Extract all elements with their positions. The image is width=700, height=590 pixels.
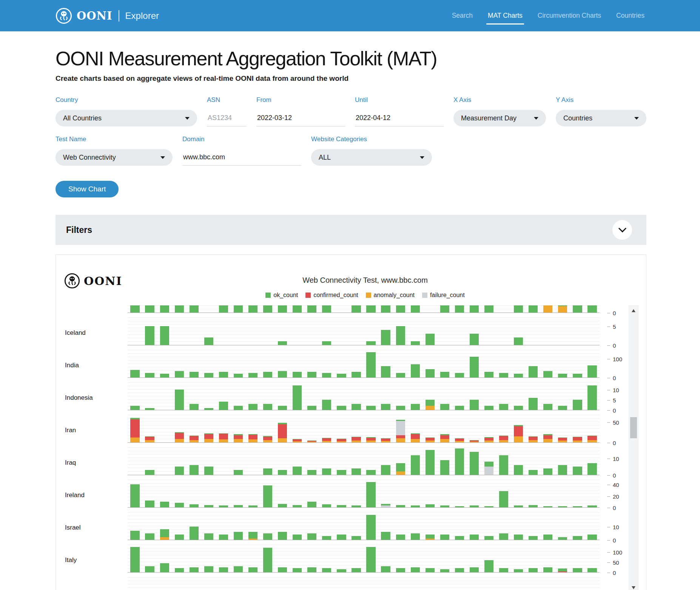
- stacked-bar[interactable]: [322, 305, 331, 313]
- stacked-bar[interactable]: [263, 404, 272, 410]
- stacked-bar[interactable]: [558, 406, 567, 410]
- stacked-bar[interactable]: [307, 470, 316, 475]
- stacked-bar[interactable]: [130, 370, 139, 377]
- stacked-bar[interactable]: [175, 305, 184, 313]
- stacked-bar[interactable]: [499, 436, 508, 442]
- stacked-bar[interactable]: [190, 436, 199, 442]
- stacked-bar[interactable]: [307, 533, 316, 540]
- scrollbar-thumb[interactable]: [630, 417, 637, 438]
- stacked-bar[interactable]: [484, 506, 493, 507]
- stacked-bar[interactable]: [307, 406, 316, 410]
- stacked-bar[interactable]: [219, 433, 228, 442]
- stacked-bar[interactable]: [293, 505, 302, 507]
- stacked-bar[interactable]: [587, 505, 597, 507]
- legend-item[interactable]: failure_count: [422, 292, 465, 299]
- stacked-bar[interactable]: [130, 531, 139, 540]
- stacked-bar[interactable]: [426, 400, 435, 410]
- stacked-bar[interactable]: [529, 470, 538, 475]
- stacked-bar[interactable]: [573, 467, 582, 475]
- stacked-bar[interactable]: [426, 437, 435, 442]
- stacked-bar[interactable]: [426, 568, 435, 572]
- stacked-bar[interactable]: [558, 537, 567, 540]
- stacked-bar[interactable]: [440, 460, 449, 475]
- stacked-bar[interactable]: [529, 398, 538, 410]
- stacked-bar[interactable]: [543, 567, 552, 572]
- stacked-bar[interactable]: [543, 305, 552, 313]
- stacked-bar[interactable]: [558, 437, 567, 442]
- stacked-bar[interactable]: [381, 504, 390, 507]
- stacked-bar[interactable]: [322, 341, 331, 345]
- stacked-bar[interactable]: [587, 305, 597, 313]
- website-categories-select[interactable]: ALL: [311, 149, 432, 166]
- stacked-bar[interactable]: [145, 533, 154, 540]
- stacked-bar[interactable]: [558, 374, 567, 377]
- stacked-bar[interactable]: [204, 433, 213, 442]
- stacked-bar[interactable]: [248, 505, 257, 507]
- stacked-bar[interactable]: [573, 437, 582, 442]
- stacked-bar[interactable]: [234, 532, 243, 540]
- stacked-bar[interactable]: [234, 566, 243, 572]
- stacked-bar[interactable]: [175, 568, 184, 572]
- stacked-bar[interactable]: [204, 566, 213, 572]
- stacked-bar[interactable]: [470, 400, 479, 410]
- stacked-bar[interactable]: [248, 404, 257, 410]
- stacked-bar[interactable]: [322, 468, 331, 475]
- stacked-bar[interactable]: [514, 569, 523, 572]
- stacked-bar[interactable]: [204, 337, 213, 345]
- stacked-bar[interactable]: [219, 567, 228, 572]
- stacked-bar[interactable]: [337, 406, 346, 410]
- stacked-bar[interactable]: [190, 527, 199, 540]
- stacked-bar[interactable]: [263, 305, 272, 313]
- stacked-bar[interactable]: [455, 448, 464, 475]
- stacked-bar[interactable]: [484, 437, 493, 442]
- stacked-bar[interactable]: [543, 434, 552, 442]
- stacked-bar[interactable]: [307, 372, 316, 377]
- stacked-bar[interactable]: [514, 535, 523, 540]
- stacked-bar[interactable]: [248, 373, 257, 378]
- stacked-bar[interactable]: [587, 436, 597, 442]
- stacked-bar[interactable]: [278, 371, 287, 378]
- stacked-bar[interactable]: [278, 423, 287, 442]
- stacked-bar[interactable]: [470, 334, 479, 345]
- stacked-bar[interactable]: [219, 305, 228, 313]
- legend-item[interactable]: anomaly_count: [366, 292, 415, 299]
- stacked-bar[interactable]: [278, 504, 287, 507]
- stacked-bar[interactable]: [145, 566, 154, 572]
- stacked-bar[interactable]: [160, 326, 169, 345]
- stacked-bar[interactable]: [529, 305, 538, 313]
- stacked-bar[interactable]: [381, 566, 390, 572]
- stacked-bar[interactable]: [455, 305, 464, 313]
- stacked-bar[interactable]: [204, 373, 213, 378]
- until-date-input[interactable]: [355, 110, 444, 126]
- stacked-bar[interactable]: [484, 406, 493, 410]
- stacked-bar[interactable]: [366, 341, 375, 345]
- stacked-bar[interactable]: [499, 404, 508, 410]
- stacked-bar[interactable]: [411, 505, 420, 507]
- stacked-bar[interactable]: [263, 372, 272, 377]
- stacked-bar[interactable]: [145, 436, 154, 442]
- country-select[interactable]: All Countries: [56, 110, 197, 126]
- stacked-bar[interactable]: [293, 439, 302, 442]
- stacked-bar[interactable]: [234, 374, 243, 377]
- stacked-bar[interactable]: [529, 536, 538, 540]
- stacked-bar[interactable]: [190, 567, 199, 572]
- stacked-bar[interactable]: [529, 436, 538, 442]
- stacked-bar[interactable]: [411, 305, 420, 313]
- stacked-bar[interactable]: [396, 463, 405, 475]
- stacked-bar[interactable]: [234, 505, 243, 507]
- stacked-bar[interactable]: [145, 408, 154, 410]
- stacked-bar[interactable]: [145, 326, 154, 345]
- stacked-bar[interactable]: [455, 373, 464, 378]
- stacked-bar[interactable]: [455, 438, 464, 442]
- stacked-bar[interactable]: [470, 505, 479, 507]
- stacked-bar[interactable]: [190, 372, 199, 377]
- stacked-bar[interactable]: [587, 535, 597, 540]
- stacked-bar[interactable]: [529, 568, 538, 572]
- stacked-bar[interactable]: [322, 373, 331, 378]
- stacked-bar[interactable]: [514, 505, 523, 507]
- domain-input[interactable]: [182, 149, 301, 166]
- nav-mat-charts[interactable]: MAT Charts: [488, 0, 523, 31]
- stacked-bar[interactable]: [499, 568, 508, 572]
- stacked-bar[interactable]: [470, 440, 479, 442]
- brand[interactable]: OONI Explorer: [56, 8, 159, 24]
